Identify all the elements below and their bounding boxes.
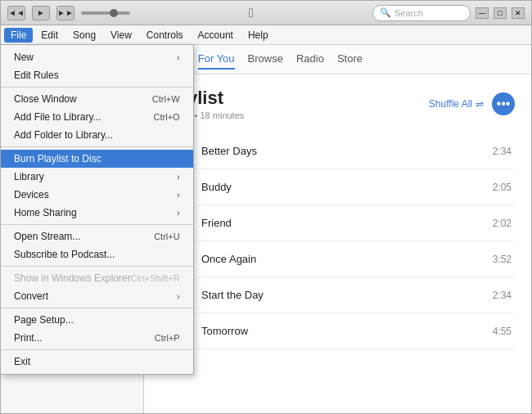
close-button[interactable]: ✕ (512, 7, 525, 19)
file-dropdown-menu: New›Edit RulesClose WindowCtrl+WAdd File… (0, 44, 194, 375)
tab-radio[interactable]: Radio (296, 49, 324, 70)
song-name: Better Days (201, 145, 485, 157)
menu-item-label: Page Setup... (14, 314, 74, 326)
search-icon: 🔍 (380, 7, 391, 18)
menu-divider (1, 87, 193, 88)
song-name: Tomorrow (201, 325, 485, 337)
apple-logo-icon:  (249, 6, 254, 20)
maximize-button[interactable]: □ (494, 7, 507, 19)
menu-item-label: Add Folder to Library... (14, 129, 113, 141)
volume-slider[interactable] (81, 11, 130, 15)
file-menu-item-devices[interactable]: Devices› (1, 186, 193, 204)
menu-bar: File Edit Song View Controls Account Hel… (1, 25, 531, 45)
title-center:  (249, 6, 254, 20)
menu-item-label: Print... (14, 332, 43, 344)
search-box[interactable]: 🔍 Search (372, 5, 471, 21)
song-row[interactable]: ♪Tomorrow4:55 (160, 313, 515, 349)
app-window: ◄◄ ► ►►  🔍 Search — □ ✕ File Edit Song … (0, 0, 532, 414)
menu-divider (1, 266, 193, 267)
file-menu-item-exit[interactable]: Exit (1, 353, 193, 371)
menu-divider (1, 224, 193, 225)
file-menu-item-subscribe-to-podcast---[interactable]: Subscribe to Podcast... (1, 245, 193, 263)
song-duration: 2:02 (493, 218, 512, 229)
transport-controls: ◄◄ ► ►► (7, 6, 130, 20)
menu-view[interactable]: View (104, 28, 138, 43)
menu-item-shortcut: Ctrl+U (154, 232, 179, 241)
menu-account[interactable]: Account (192, 28, 240, 43)
file-menu-item-close-window[interactable]: Close WindowCtrl+W (1, 90, 193, 108)
menu-item-label: Edit Rules (14, 70, 59, 81)
song-duration: 2:34 (493, 146, 512, 157)
prev-button[interactable]: ◄◄ (7, 6, 25, 20)
file-menu-item-home-sharing[interactable]: Home Sharing› (1, 204, 193, 222)
file-menu-item-open-stream---[interactable]: Open Stream...Ctrl+U (1, 227, 193, 245)
file-menu-item-new[interactable]: New› (1, 48, 193, 66)
title-bar: ◄◄ ► ►►  🔍 Search — □ ✕ (1, 1, 531, 25)
menu-item-shortcut: Ctrl+W (152, 94, 180, 104)
menu-item-label: Library (14, 171, 44, 182)
shuffle-all-button[interactable]: Shuffle All ⇌ (429, 98, 484, 110)
song-name: Once Again (201, 253, 485, 265)
file-menu-item-burn-playlist-to-disc[interactable]: Burn Playlist to Disc (1, 150, 193, 168)
song-duration: 3:52 (493, 254, 512, 265)
file-menu-item-add-folder-to-library---[interactable]: Add Folder to Library... (1, 126, 193, 144)
menu-item-label: Show in Windows Explorer (14, 272, 131, 284)
song-row[interactable]: ♪Friend2:02 (160, 205, 515, 241)
submenu-arrow-icon: › (177, 190, 180, 200)
menu-item-label: Close Window (14, 93, 77, 105)
menu-help[interactable]: Help (241, 28, 275, 43)
menu-controls[interactable]: Controls (140, 28, 190, 43)
menu-item-shortcut: Ctrl+P (155, 333, 180, 343)
menu-song[interactable]: Song (66, 28, 102, 43)
menu-item-label: Burn Playlist to Disc (14, 153, 101, 164)
more-icon: ••• (497, 97, 511, 111)
menu-item-shortcut: Ctrl+Shift+R (131, 273, 180, 283)
play-button[interactable]: ► (32, 6, 50, 20)
song-row[interactable]: ♪Better Days2:34 (160, 133, 515, 169)
menu-item-label: Convert (14, 290, 48, 302)
minimize-button[interactable]: — (476, 7, 489, 19)
menu-item-label: Home Sharing (14, 207, 77, 218)
song-name: Buddy (201, 181, 485, 193)
playlist-actions: Shuffle All ⇌ ••• (429, 92, 515, 115)
search-placeholder: Search (394, 8, 423, 18)
song-list: ♪Better Days2:34♪Buddy2:05♪Friend2:02♪On… (160, 133, 515, 349)
song-duration: 4:55 (493, 326, 512, 337)
song-row[interactable]: ♪Buddy2:05 (160, 169, 515, 205)
file-menu-item-convert[interactable]: Convert› (1, 287, 193, 305)
file-menu-dropdown: New›Edit RulesClose WindowCtrl+WAdd File… (0, 44, 194, 375)
menu-item-label: Open Stream... (14, 231, 80, 242)
file-menu-item-page-setup---[interactable]: Page Setup... (1, 311, 193, 329)
song-row[interactable]: ♪Start the Day2:34 (160, 277, 515, 313)
menu-file[interactable]: File (4, 28, 33, 43)
song-name: Start the Day (201, 289, 485, 301)
more-options-button[interactable]: ••• (492, 92, 515, 115)
playlist-header: Playlist 6 songs • 18 minutes Shuffle Al… (160, 88, 515, 120)
menu-item-label: Subscribe to Podcast... (14, 249, 115, 260)
file-menu-item-print---[interactable]: Print...Ctrl+P (1, 329, 193, 347)
file-menu-item-show-in-windows-explorer: Show in Windows ExplorerCtrl+Shift+R (1, 269, 193, 287)
submenu-arrow-icon: › (177, 172, 180, 182)
file-menu-item-add-file-to-library---[interactable]: Add File to Library...Ctrl+O (1, 108, 193, 126)
tab-browse[interactable]: Browse (248, 49, 283, 70)
tab-for-you[interactable]: For You (198, 49, 235, 70)
menu-item-label: Devices (14, 189, 49, 200)
file-menu-item-edit-rules[interactable]: Edit Rules (1, 66, 193, 84)
title-bar-right: 🔍 Search — □ ✕ (372, 5, 525, 21)
menu-item-label: Add File to Library... (14, 111, 101, 123)
song-name: Friend (201, 217, 485, 229)
menu-divider (1, 349, 193, 350)
song-row[interactable]: ♪Once Again3:52 (160, 241, 515, 277)
menu-item-label: Exit (14, 356, 30, 367)
next-button[interactable]: ►► (56, 6, 74, 20)
menu-item-shortcut: Ctrl+O (154, 112, 180, 122)
volume-thumb (110, 9, 118, 17)
file-menu-item-library[interactable]: Library› (1, 168, 193, 186)
menu-divider (1, 146, 193, 147)
tab-store[interactable]: Store (337, 49, 363, 70)
submenu-arrow-icon: › (177, 52, 180, 62)
submenu-arrow-icon: › (177, 208, 180, 218)
menu-edit[interactable]: Edit (34, 28, 65, 43)
nav-tabs: Library For You Browse Radio Store (144, 45, 531, 74)
content-area: Playlist 6 songs • 18 minutes Shuffle Al… (144, 74, 531, 413)
